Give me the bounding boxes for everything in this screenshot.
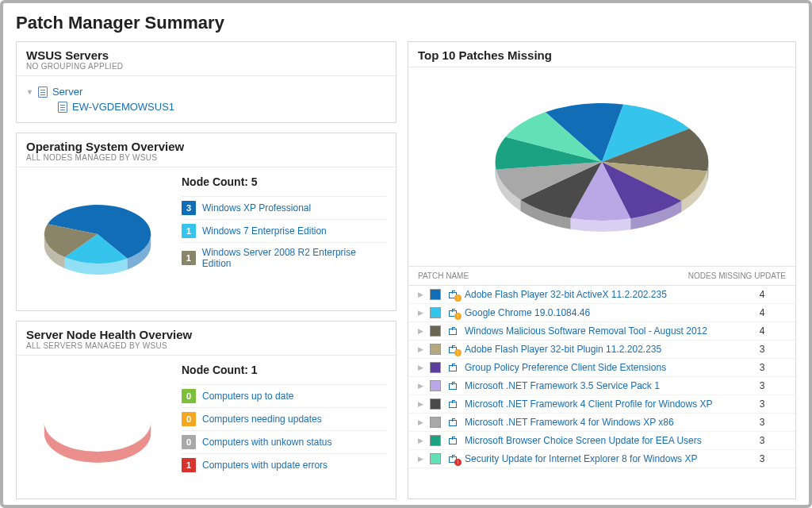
- error-badge-icon: !: [454, 459, 462, 466]
- health-pie-chart: [34, 371, 161, 483]
- health-legend-chip: 0: [182, 412, 196, 426]
- server-group-icon: [38, 87, 48, 98]
- server-root-link[interactable]: Server: [52, 86, 82, 98]
- patch-link[interactable]: Microsoft .NET Framework 4 Client Profil…: [465, 398, 732, 410]
- patch-count: 3: [738, 417, 786, 428]
- patch-color-swatch: [430, 362, 441, 373]
- package-icon: [447, 326, 458, 336]
- os-subtitle: ALL NODES MANAGED BY WSUS: [26, 153, 386, 162]
- package-icon: [447, 381, 458, 391]
- os-legend-item: 1Windows 7 Enterprise Edition: [182, 219, 386, 242]
- patches-pie-chart: [475, 75, 729, 258]
- os-pie-chart: [34, 183, 161, 294]
- package-icon: [447, 436, 458, 445]
- patch-color-swatch: [430, 380, 441, 391]
- patch-color-swatch: [430, 398, 441, 410]
- patch-row: ▶Microsoft .NET Framework 4 Client Profi…: [408, 395, 795, 414]
- patch-count: 3: [738, 398, 786, 410]
- health-legend-link[interactable]: Computers up to date: [202, 391, 293, 402]
- col-patch-name: PATCH NAME: [418, 271, 683, 280]
- health-legend-link[interactable]: Computers with unkown status: [202, 437, 331, 448]
- patch-color-swatch: [430, 435, 441, 446]
- health-legend-chip: 0: [182, 389, 196, 403]
- os-legend-link[interactable]: Windows XP Professional: [202, 202, 311, 214]
- patch-row: ▶Microsoft .NET Framework 4 for Windows …: [408, 414, 795, 432]
- health-legend-chip: 0: [182, 435, 196, 449]
- collapse-icon[interactable]: ▼: [26, 88, 33, 96]
- patch-link[interactable]: Security Update for Internet Explorer 8 …: [465, 453, 732, 464]
- patch-row: ▶!Adobe Flash Player 32-bit ActiveX 11.2…: [408, 286, 795, 304]
- package-icon: [447, 363, 458, 372]
- package-icon: !: [447, 344, 458, 354]
- patch-count: 4: [738, 289, 786, 300]
- health-title: Server Node Health Overview: [26, 328, 386, 341]
- health-legend-item: 0Computers needing updates: [182, 407, 386, 430]
- expand-icon[interactable]: ▶: [418, 309, 423, 317]
- server-child-link[interactable]: EW-VGDEMOWSUS1: [72, 101, 174, 113]
- wsus-servers-panel: WSUS Servers NO GROUPING APPLIED ▼ Serve…: [16, 41, 396, 123]
- expand-icon[interactable]: ▶: [418, 345, 423, 353]
- patch-color-swatch: [430, 289, 441, 300]
- top-patches-panel: Top 10 Patches Missing PATCH NAME NODES …: [408, 41, 796, 499]
- wsus-subtitle: NO GROUPING APPLIED: [26, 62, 386, 71]
- health-subtitle: ALL SERVERS MANAGED BY WSUS: [26, 341, 386, 350]
- health-overview-panel: Server Node Health Overview ALL SERVERS …: [16, 321, 396, 499]
- os-title: Operating System Overview: [26, 140, 386, 153]
- patch-color-swatch: [430, 417, 441, 428]
- package-icon: [447, 418, 458, 427]
- expand-icon[interactable]: ▶: [418, 437, 423, 444]
- patch-count: 4: [738, 325, 786, 337]
- expand-icon[interactable]: ▶: [418, 291, 423, 298]
- os-legend-chip: 1: [182, 224, 196, 238]
- expand-icon[interactable]: ▶: [418, 364, 423, 371]
- wsus-title: WSUS Servers: [26, 48, 386, 62]
- patch-row: ▶Microsoft Browser Choice Screen Update …: [408, 432, 795, 450]
- patch-row: ▶!Google Chrome 19.0.1084.464: [408, 304, 795, 322]
- patch-color-swatch: [430, 344, 441, 355]
- health-count-title: Node Count: 1: [182, 364, 386, 376]
- patch-link[interactable]: Group Policy Preference Client Side Exte…: [465, 362, 732, 373]
- patch-link[interactable]: Adobe Flash Player 32-bit Plugin 11.2.20…: [465, 344, 732, 355]
- os-legend-item: 1Windows Server 2008 R2 Enterprise Editi…: [182, 242, 386, 273]
- patch-row: ▶Group Policy Preference Client Side Ext…: [408, 359, 795, 377]
- server-icon: [58, 102, 67, 113]
- health-legend-item: 1Computers with update errors: [182, 453, 386, 476]
- expand-icon[interactable]: ▶: [418, 455, 423, 463]
- health-legend-item: 0Computers up to date: [182, 384, 386, 407]
- os-legend-item: 3Windows XP Professional: [182, 196, 386, 219]
- patch-row: ▶Windows Malicious Software Removal Tool…: [408, 322, 795, 341]
- os-legend-link[interactable]: Windows Server 2008 R2 Enterprise Editio…: [202, 247, 386, 269]
- expand-icon[interactable]: ▶: [418, 382, 423, 390]
- patch-count: 3: [738, 453, 786, 464]
- patch-link[interactable]: Google Chrome 19.0.1084.46: [465, 307, 732, 318]
- health-legend-link[interactable]: Computers needing updates: [202, 414, 322, 425]
- patch-count: 3: [738, 435, 786, 446]
- patch-color-swatch: [430, 307, 441, 318]
- package-icon: !: [447, 308, 458, 318]
- warning-badge-icon: !: [454, 313, 462, 320]
- patch-count: 3: [738, 344, 786, 355]
- patch-link[interactable]: Microsoft .NET Framework 4 for Windows X…: [465, 417, 732, 428]
- health-legend-item: 0Computers with unkown status: [182, 430, 386, 453]
- patch-link[interactable]: Microsoft .NET Framework 3.5 Service Pac…: [465, 380, 732, 391]
- os-count-title: Node Count: 5: [182, 175, 386, 188]
- health-legend-chip: 1: [182, 458, 196, 472]
- expand-icon[interactable]: ▶: [418, 327, 423, 335]
- expand-icon[interactable]: ▶: [418, 400, 423, 408]
- patches-title: Top 10 Patches Missing: [418, 48, 786, 62]
- patch-link[interactable]: Adobe Flash Player 32-bit ActiveX 11.2.2…: [465, 289, 732, 300]
- os-legend-link[interactable]: Windows 7 Enterprise Edition: [202, 225, 327, 237]
- package-icon: [447, 399, 458, 409]
- page-title: Patch Manager Summary: [16, 13, 796, 33]
- patch-count: 3: [738, 362, 786, 373]
- expand-icon[interactable]: ▶: [418, 418, 423, 426]
- warning-badge-icon: !: [454, 349, 462, 356]
- patch-link[interactable]: Microsoft Browser Choice Screen Update f…: [465, 435, 732, 446]
- patch-color-swatch: [430, 325, 441, 337]
- health-legend-link[interactable]: Computers with update errors: [202, 460, 327, 471]
- patch-row: ▶!Security Update for Internet Explorer …: [408, 450, 795, 468]
- warning-badge-icon: !: [454, 294, 462, 302]
- package-icon: !: [447, 454, 458, 464]
- os-overview-panel: Operating System Overview ALL NODES MANA…: [16, 133, 396, 311]
- patch-link[interactable]: Windows Malicious Software Removal Tool …: [465, 325, 732, 337]
